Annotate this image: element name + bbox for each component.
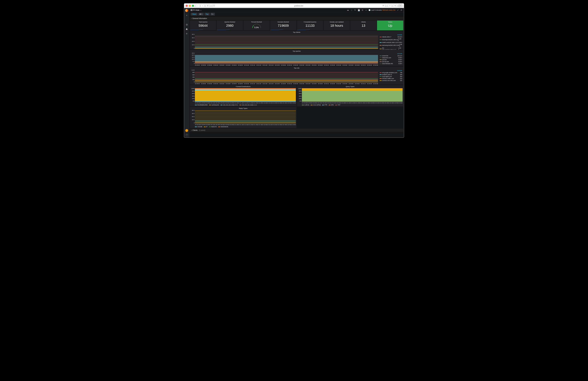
legend-item[interactable]: analytics.plex.tv306: [380, 74, 402, 76]
reload-icon[interactable]: ⟳: [383, 5, 384, 7]
dashboard-picker[interactable]: Pi Hole: [191, 9, 201, 11]
explore-icon[interactable]: [185, 23, 188, 26]
close-window[interactable]: [186, 5, 188, 7]
stat-value: 719609: [278, 24, 289, 28]
panel-forward-destinations[interactable]: Forward Destinations100%80%60%40%20%0%22…: [190, 85, 296, 106]
stat-panel[interactable]: Clients13: [350, 20, 377, 30]
legend-item[interactable]: CNAME: [195, 126, 202, 128]
user-avatar[interactable]: [185, 129, 188, 132]
save-icon[interactable]: 💾: [358, 9, 360, 11]
stat-panel[interactable]: Total Queries59644: [190, 20, 216, 30]
stat-panel[interactable]: Percent blocked5.0%: [243, 20, 270, 30]
cycle-view-icon[interactable]: ◂▸: [347, 9, 349, 11]
panel-title: Top clients: [190, 31, 403, 34]
legend-item[interactable]: samsung.lan|192.168.0.1641.68 K: [380, 43, 402, 47]
legend-item[interactable]: IP: [204, 126, 208, 128]
stat-title: Gravity Last Updated: [330, 21, 344, 23]
share-button[interactable]: ⇧: [388, 4, 392, 7]
panel-top-clients[interactable]: Top clients40 K30 K20 K10 K022:29:4022:2…: [190, 31, 403, 49]
stat-value: 11133: [305, 24, 315, 28]
minimize-window[interactable]: [189, 5, 191, 7]
grafana-logo[interactable]: [185, 9, 188, 12]
row-clients-label: Clients: [192, 129, 198, 131]
tabs-button[interactable]: ⧉: [393, 4, 397, 7]
legend-item[interactable]: one.one.one.one|1.0.0.1: [220, 104, 238, 106]
reader-icon: ⓘ: [213, 4, 215, 7]
alerting-icon[interactable]: [185, 28, 188, 30]
sidebar-toggle[interactable]: ☰: [206, 4, 210, 7]
row-general[interactable]: General Information: [190, 17, 403, 20]
legend-item[interactable]: sonarr.lan20.21 K: [380, 55, 402, 57]
settings-icon[interactable]: ⚙: [361, 9, 364, 11]
maximize-window[interactable]: [192, 5, 194, 7]
star-icon[interactable]: ☆: [350, 9, 353, 11]
legend-item[interactable]: rpi3.lan.lan5.66 K: [380, 61, 402, 63]
panel-top-ads[interactable]: Top Ads1.0 K800600400200022:29:4022:29:5…: [190, 67, 403, 85]
dashboard-title: Pi Hole: [193, 9, 200, 11]
var-client-label: Client: [191, 13, 198, 16]
stat-panel[interactable]: Queries blocked2980: [217, 20, 243, 30]
stat-panel[interactable]: Forwarded Queries11133: [297, 20, 323, 30]
stat-value: 2980: [226, 24, 234, 28]
legend-item[interactable]: rpi3.lan5.66 K: [380, 59, 402, 61]
var-top-value[interactable]: 5: [210, 13, 215, 16]
legend-item[interactable]: NODATA: [209, 126, 217, 128]
clock-icon: 🕑: [368, 9, 370, 11]
var-client-value[interactable]: All: [198, 13, 204, 16]
back-button[interactable]: ‹: [196, 4, 200, 7]
help-icon[interactable]: [185, 134, 188, 136]
config-icon[interactable]: [185, 32, 188, 35]
gauge: 5.0%: [252, 23, 262, 28]
legend-item[interactable]: ichnaes.netflix.com210: [380, 78, 402, 80]
legend-item[interactable]: subscene.com5.96 K: [380, 57, 402, 59]
legend-item[interactable]: ocsp.apple.com302: [380, 76, 402, 78]
refresh-text: Refresh every 1m: [382, 9, 395, 11]
stat-panel[interactable]: Gravity Last Updated18 hours: [324, 20, 350, 30]
time-range-text: Last 5 minutes: [371, 9, 382, 11]
legend: A (IPv4)AAAA (IPv6)PTRSRVTXT: [297, 104, 403, 106]
legend-item[interactable]: cache|cache: [209, 104, 219, 106]
url-bar[interactable]: ⓘ grafana.lan ⟳: [212, 4, 385, 7]
legend-item[interactable]: v5|192.168.0.734.42 K: [380, 36, 402, 38]
panel-top-queries[interactable]: Top queries25 K20 K15 K10 K5 K022:29:402…: [190, 50, 403, 66]
new-tab-button[interactable]: +: [398, 4, 402, 7]
stat-title: Domains blocked: [278, 21, 289, 23]
legend-item[interactable]: one.one.one.one|1.1.1.1: [239, 104, 257, 106]
stat-panel[interactable]: StatusUp: [377, 20, 403, 30]
legend-item[interactable]: SRV: [329, 104, 334, 106]
create-icon[interactable]: [185, 14, 188, 17]
legend-item[interactable]: A (IPv4): [302, 104, 309, 106]
legend-item[interactable]: blocklist|blocklist: [195, 104, 208, 106]
legend: CNAMEIPNODATANXDOMAIN: [190, 126, 296, 128]
stat-panel[interactable]: Domains blocked719609: [270, 20, 296, 30]
stat-row: Total Queries59644Queries blocked2980Per…: [190, 20, 403, 30]
legend-item[interactable]: PTR: [322, 104, 327, 106]
refresh-icon[interactable]: ⟳: [400, 9, 403, 11]
legend-item[interactable]: connect.rom.miui.com151: [380, 80, 402, 81]
zoom-out-icon[interactable]: ⤢: [397, 9, 399, 11]
stat-value: 18 hours: [330, 24, 343, 28]
panel-query-types[interactable]: Query Types100%80%60%40%20%0%22:29:4022:…: [297, 85, 403, 106]
var-top-label: Top: [204, 13, 210, 16]
y-axis: 40 K30 K20 K10 K0: [190, 34, 195, 49]
dashboards-icon[interactable]: [185, 19, 188, 21]
share-icon[interactable]: ⇱: [354, 9, 356, 11]
legend-item[interactable]: bananapi.lan|192.168.0.411.89 K: [380, 38, 402, 41]
legend-item[interactable]: ssl.google-analytics.com796: [380, 72, 402, 74]
traffic-lights: [186, 5, 194, 7]
legend-item[interactable]: www.feliratok.info3.35 K: [380, 63, 402, 65]
legend-item[interactable]: miwifi.com|192.168.0.1104.96 K: [380, 41, 402, 43]
legend-item[interactable]: NXDOMAIN: [218, 126, 228, 128]
panel-title: Top queries: [190, 50, 403, 52]
y-axis: 40 K30 K20 K10 K0: [190, 110, 195, 124]
row-clients[interactable]: Clients (1 panel): [190, 129, 403, 132]
stat-title: Forwarded Queries: [304, 21, 316, 23]
url-text: grafana.lan: [294, 5, 303, 7]
forward-button[interactable]: ›: [200, 4, 204, 7]
panel-reply-types[interactable]: Reply Types40 K30 K20 K10 K022:29:4022:2…: [190, 107, 296, 128]
legend-item[interactable]: TXT: [335, 104, 340, 106]
tv-icon[interactable]: ▭: [365, 9, 367, 11]
time-range-picker[interactable]: 🕑 Last 5 minutes Refresh every 1m: [368, 9, 395, 11]
stat-value: 5.0%: [252, 26, 262, 29]
legend-item[interactable]: AAAA (IPv6): [311, 104, 321, 106]
